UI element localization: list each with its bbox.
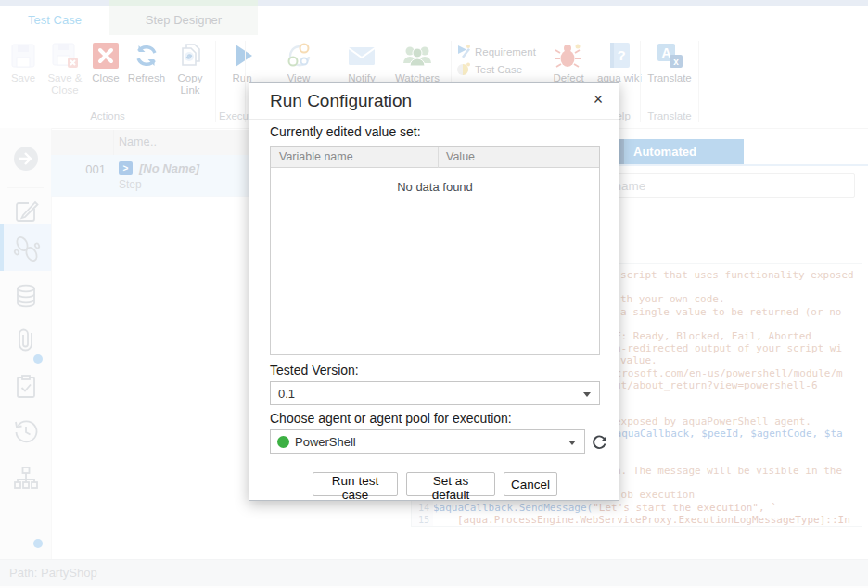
column-variable-name[interactable]: Variable name bbox=[279, 150, 353, 163]
tested-version-value: 0.1 bbox=[278, 387, 295, 401]
set-as-default-button[interactable]: Set as default bbox=[406, 472, 495, 496]
agent-select[interactable]: PowerShell bbox=[270, 429, 585, 454]
app-window: Test Case Step Designer Save Save & Clos… bbox=[0, 0, 868, 588]
agent-label: Choose agent or agent pool for execution… bbox=[270, 411, 512, 426]
agent-status-dot bbox=[277, 436, 289, 448]
chevron-down-icon bbox=[568, 441, 576, 445]
value-set-table: Variable name Value No data found bbox=[270, 146, 600, 355]
tested-version-select[interactable]: 0.1 bbox=[270, 381, 600, 405]
dialog-title: Run Configuration bbox=[270, 91, 412, 111]
value-set-table-header: Variable name Value bbox=[271, 147, 599, 168]
agent-value: PowerShell bbox=[295, 435, 356, 449]
cancel-button[interactable]: Cancel bbox=[504, 472, 557, 496]
column-value[interactable]: Value bbox=[446, 150, 475, 163]
dialog-title-divider bbox=[249, 119, 619, 120]
column-divider bbox=[438, 147, 439, 168]
tested-version-label: Tested Version: bbox=[270, 363, 359, 377]
dialog-close-icon[interactable]: × bbox=[589, 90, 607, 109]
refresh-agents-icon[interactable] bbox=[591, 433, 609, 452]
value-set-label: Currently edited value set: bbox=[270, 124, 421, 139]
no-data-message: No data found bbox=[271, 180, 599, 194]
run-configuration-dialog: Run Configuration × Currently edited val… bbox=[249, 82, 619, 501]
run-test-case-button[interactable]: Run test case bbox=[313, 472, 398, 496]
chevron-down-icon bbox=[583, 392, 591, 397]
